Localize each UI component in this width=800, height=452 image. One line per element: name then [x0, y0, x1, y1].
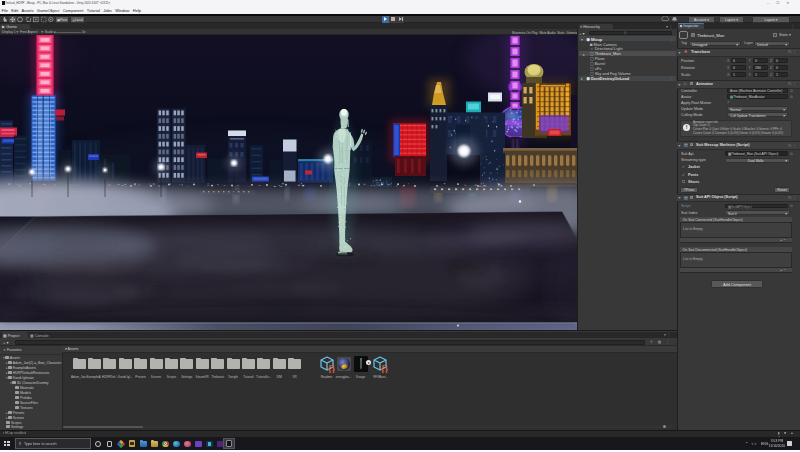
svg-text:{}: {} — [381, 364, 388, 373]
svg-text:{}: {} — [328, 364, 335, 373]
